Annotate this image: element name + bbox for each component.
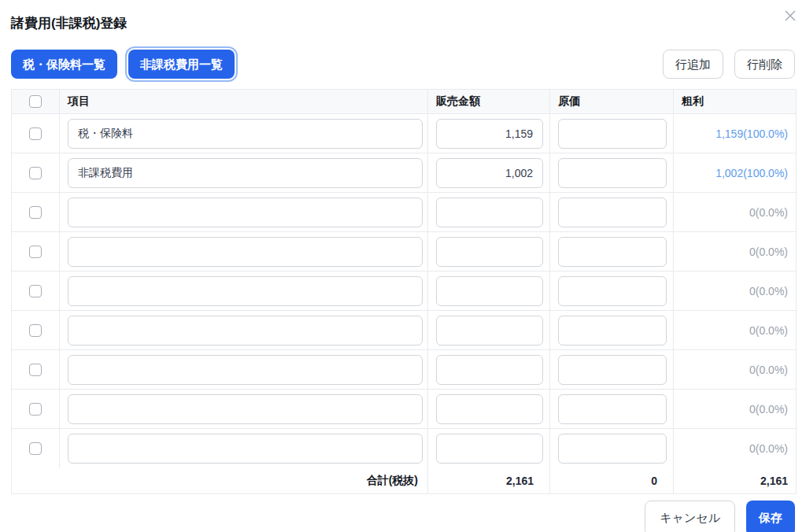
cost-input[interactable] <box>558 316 667 345</box>
row-item-cell <box>60 232 428 271</box>
total-cost: 0 <box>550 468 674 493</box>
row-cost-cell <box>550 232 674 271</box>
row-checkbox-cell <box>12 193 60 231</box>
cost-input[interactable] <box>558 355 667 385</box>
row-cost-cell <box>550 390 674 428</box>
row-item-cell <box>60 390 428 428</box>
toolbar: 税・保険料一覧 非課税費用一覧 行追加 行削除 <box>11 50 795 78</box>
cost-input[interactable] <box>558 276 667 306</box>
page-title: 諸費用(非課税)登録 <box>11 14 795 32</box>
row-checkbox-cell <box>12 350 60 389</box>
row-checkbox[interactable] <box>29 442 42 455</box>
sales-input[interactable] <box>436 434 543 464</box>
item-input[interactable] <box>68 316 423 345</box>
profit-value: 1,002(100.0%) <box>674 153 796 192</box>
row-item-cell <box>60 153 428 192</box>
header-sales: 販売金額 <box>428 90 550 113</box>
table-header-row: 項目 販売金額 原価 粗利 <box>12 90 796 114</box>
cost-input[interactable] <box>558 119 667 149</box>
item-input[interactable] <box>68 119 423 149</box>
select-all-checkbox[interactable] <box>29 95 42 108</box>
row-checkbox-cell <box>12 390 60 428</box>
row-checkbox-cell <box>12 272 60 310</box>
expense-registration-dialog: 諸費用(非課税)登録 税・保険料一覧 非課税費用一覧 行追加 行削除 項目 販売… <box>0 0 806 532</box>
row-cost-cell <box>550 311 674 349</box>
item-input[interactable] <box>68 434 423 464</box>
sales-input[interactable] <box>436 394 543 424</box>
header-profit: 粗利 <box>674 90 796 113</box>
sales-input[interactable] <box>436 316 543 345</box>
sales-input[interactable] <box>436 158 543 188</box>
row-sales-cell <box>428 153 550 192</box>
table-row: 0(0.0%) <box>12 232 796 272</box>
profit-value: 0(0.0%) <box>674 429 796 468</box>
sales-input[interactable] <box>436 237 543 267</box>
item-input[interactable] <box>68 158 423 188</box>
row-item-cell <box>60 272 428 310</box>
total-sales: 2,161 <box>428 468 550 493</box>
header-checkbox-cell <box>12 90 60 113</box>
cost-input[interactable] <box>558 158 667 188</box>
row-checkbox[interactable] <box>29 167 42 179</box>
cancel-button[interactable]: キャンセル <box>645 501 735 532</box>
row-sales-cell <box>428 350 550 389</box>
table-row: 0(0.0%) <box>12 193 796 232</box>
row-sales-cell <box>428 311 550 349</box>
row-cost-cell <box>550 153 674 192</box>
row-checkbox-cell <box>12 153 60 192</box>
profit-value: 0(0.0%) <box>674 232 796 271</box>
table-row: 0(0.0%) <box>12 429 796 468</box>
add-row-button[interactable]: 行追加 <box>663 50 723 79</box>
row-sales-cell <box>428 193 550 231</box>
cost-input[interactable] <box>558 237 667 267</box>
row-cost-cell <box>550 429 674 468</box>
row-checkbox-cell <box>12 429 60 468</box>
row-item-cell <box>60 429 428 468</box>
close-icon[interactable] <box>781 6 800 25</box>
table-row: 0(0.0%) <box>12 350 796 390</box>
row-checkbox-cell <box>12 311 60 349</box>
item-input[interactable] <box>68 276 423 306</box>
table-body: 1,159(100.0%) 1,002(100.0%) 0(0.0%) <box>12 114 796 468</box>
sales-input[interactable] <box>436 119 543 149</box>
save-button[interactable]: 保存 <box>746 501 795 532</box>
profit-value: 1,159(100.0%) <box>674 114 796 153</box>
item-input[interactable] <box>68 394 423 424</box>
item-input[interactable] <box>68 198 423 227</box>
row-item-cell <box>60 193 428 231</box>
table-footer-row: 合計(税抜) 2,161 0 2,161 <box>12 468 796 493</box>
row-checkbox[interactable] <box>29 127 42 140</box>
table-row: 0(0.0%) <box>12 272 796 311</box>
row-checkbox[interactable] <box>29 285 42 297</box>
profit-value: 0(0.0%) <box>674 350 796 389</box>
row-checkbox[interactable] <box>29 246 42 258</box>
item-input[interactable] <box>68 237 423 267</box>
table-row: 1,002(100.0%) <box>12 153 796 193</box>
row-checkbox[interactable] <box>29 364 42 376</box>
row-item-cell <box>60 114 428 153</box>
expense-table: 項目 販売金額 原価 粗利 1,159(100.0%) <box>11 89 797 494</box>
row-checkbox-cell <box>12 232 60 271</box>
sales-input[interactable] <box>436 355 543 385</box>
toolbar-row-actions: 行追加 行削除 <box>663 50 795 79</box>
total-label: 合計(税抜) <box>12 468 428 493</box>
delete-row-button[interactable]: 行削除 <box>734 50 795 79</box>
row-sales-cell <box>428 232 550 271</box>
table-row: 0(0.0%) <box>12 390 796 429</box>
cost-input[interactable] <box>558 198 667 227</box>
nontax-expense-list-button[interactable]: 非課税費用一覧 <box>128 50 235 79</box>
cost-input[interactable] <box>558 394 667 424</box>
row-item-cell <box>60 350 428 389</box>
row-checkbox[interactable] <box>29 403 42 416</box>
row-cost-cell <box>550 114 674 153</box>
row-checkbox[interactable] <box>29 324 42 337</box>
tax-insurance-list-button[interactable]: 税・保険料一覧 <box>11 50 117 79</box>
item-input[interactable] <box>68 355 423 385</box>
row-item-cell <box>60 311 428 349</box>
profit-value: 0(0.0%) <box>674 193 796 231</box>
cost-input[interactable] <box>558 434 667 464</box>
sales-input[interactable] <box>436 276 543 306</box>
sales-input[interactable] <box>436 198 543 227</box>
row-checkbox[interactable] <box>29 206 42 219</box>
profit-value: 0(0.0%) <box>674 390 796 428</box>
